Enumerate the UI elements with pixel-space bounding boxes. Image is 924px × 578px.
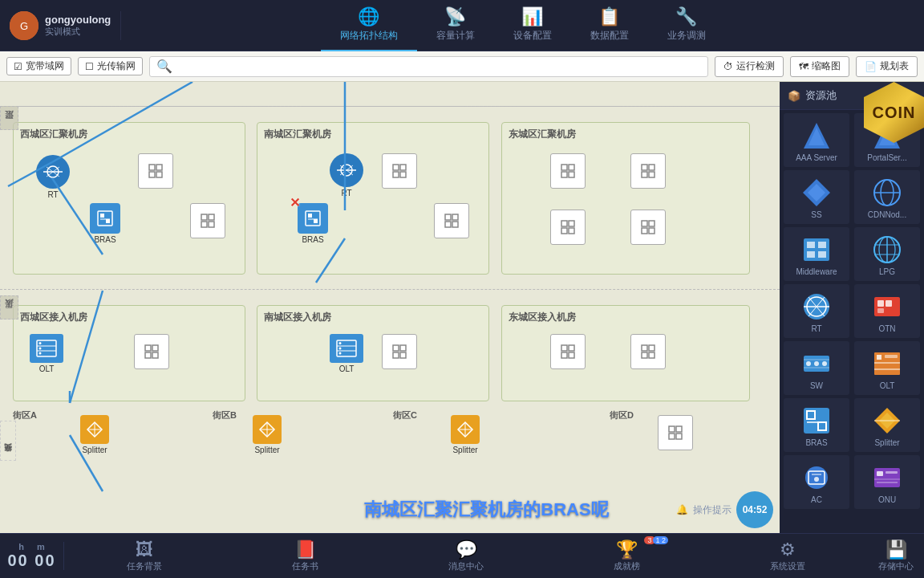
plan-table-label: 规划表	[880, 59, 909, 73]
svg-rect-44	[561, 172, 567, 177]
slot-access-west-1[interactable]	[134, 334, 169, 369]
nav-topology[interactable]: 🌐 网络拓扑结构	[321, 0, 417, 51]
time-m-label: m	[37, 542, 45, 552]
plan-table-btn[interactable]: 📄 规划表	[856, 56, 918, 77]
sidebar-item-cdn[interactable]: CDNNod...	[854, 170, 920, 224]
time-value: 00 00	[7, 552, 55, 570]
slot-east-1[interactable]	[550, 153, 586, 189]
minimap-label: 缩略图	[812, 59, 841, 73]
search-input[interactable]	[176, 61, 701, 72]
slot-splitter-d-icon	[658, 415, 693, 450]
svg-rect-15	[100, 214, 104, 218]
sidebar-item-aaa[interactable]: AAA Server	[784, 113, 849, 167]
network-canvas[interactable]: 汇聚层 西城区汇聚机房 RT BRAS	[0, 82, 780, 533]
slot-splitter-d[interactable]	[658, 415, 693, 450]
sidebar-item-ss[interactable]: SS	[784, 170, 849, 224]
optical-checkbox[interactable]: ☐ 光传输网	[78, 57, 143, 75]
node-olt-south[interactable]: OLT	[330, 334, 363, 373]
slot-east-access-1[interactable]	[550, 334, 586, 369]
sidebar-item-bras[interactable]: BRAS	[784, 398, 849, 452]
svg-rect-55	[649, 221, 654, 226]
svg-rect-150	[877, 471, 883, 476]
node-rt-south[interactable]: RT	[330, 153, 363, 197]
svg-rect-38	[445, 214, 451, 220]
slot-west-1[interactable]	[138, 153, 173, 189]
olt-icon-south	[330, 334, 363, 363]
slot-east-3[interactable]	[550, 210, 586, 245]
svg-rect-111	[807, 251, 815, 258]
ss-icon	[799, 175, 834, 210]
node-splitter-b[interactable]: Splitter	[253, 415, 282, 454]
node-rt-west[interactable]: RT	[36, 155, 70, 199]
nav-capacity[interactable]: 📡 容量计算	[417, 0, 494, 51]
sidebar-item-ac[interactable]: AC	[784, 455, 849, 509]
otn-icon	[869, 289, 905, 324]
slot-east-2[interactable]	[630, 153, 666, 189]
search-box[interactable]: 🔍	[149, 56, 708, 77]
taskbar-bg-btn[interactable]: 🖼 任务背景	[64, 534, 225, 579]
node-bras-west[interactable]: BRAS	[90, 203, 120, 244]
sidebar-row-7: AC ONU	[780, 452, 924, 509]
onu-label: ONU	[878, 495, 896, 504]
slot-access-south-1[interactable]	[382, 334, 417, 369]
user-mode: 实训模式	[45, 26, 111, 38]
sidebar-item-sw[interactable]: SW	[784, 341, 849, 395]
bras-icon-west	[90, 203, 120, 234]
sidebar-row-3: Middleware LPG	[780, 224, 924, 281]
broadband-check-icon: ☑	[14, 61, 22, 72]
slot-east-access-2[interactable]	[630, 334, 666, 369]
taskbar-settings-btn[interactable]: ⚙ 系统设置	[707, 534, 868, 579]
run-detect-btn[interactable]: ⏱ 运行检测	[715, 56, 784, 77]
node-olt-west[interactable]: OLT	[30, 334, 63, 373]
svg-rect-36	[393, 172, 399, 177]
svg-rect-14	[98, 211, 112, 226]
plan-table-icon: 📄	[865, 61, 877, 72]
svg-point-128	[806, 361, 811, 366]
onu-icon	[869, 460, 905, 495]
bras-sidebar-label: BRAS	[805, 438, 827, 447]
taskbar: h m 00 00 🖼 任务背景 📕 任务书 💬 消息中心 🏆 3 1 2 成就…	[0, 533, 924, 578]
taskbar-message-btn[interactable]: 💬 消息中心	[386, 534, 546, 579]
bras-sidebar-icon	[799, 403, 834, 438]
broadband-checkbox[interactable]: ☑ 宽带域网	[6, 57, 71, 75]
sidebar-row-2: SS CDNNod...	[780, 167, 924, 224]
slot-south-1[interactable]	[382, 153, 417, 189]
node-splitter-c[interactable]: Splitter	[451, 415, 480, 454]
nav-data[interactable]: 📋 数据配置	[571, 0, 648, 51]
otn-label: OTN	[878, 324, 895, 333]
slot-south-2[interactable]	[434, 203, 469, 238]
svg-rect-79	[569, 345, 574, 351]
node-bras-south[interactable]: ✕ BRAS	[298, 203, 328, 244]
sidebar-item-lpg[interactable]: LPG	[854, 227, 920, 281]
taskbar-storage-btn[interactable]: 💾 存储中心	[868, 534, 924, 579]
sidebar-item-middleware[interactable]: Middleware	[784, 227, 849, 281]
taskbar-time: h m 00 00	[0, 542, 64, 570]
sidebar-item-onu[interactable]: ONU	[854, 455, 920, 509]
region-south-agg: 南城区汇聚机房 RT ✕ BRAS	[257, 122, 489, 275]
slot-west-2[interactable]	[190, 203, 225, 238]
slot-east-4[interactable]	[630, 210, 666, 245]
taskbar-results-btn[interactable]: 🏆 3 1 2 成就榜	[546, 534, 707, 579]
nav-device[interactable]: 📊 设备配置	[494, 0, 571, 51]
user-section: G gongyoulong 实训模式	[0, 11, 121, 40]
sidebar-item-rt[interactable]: RT	[784, 284, 849, 338]
sidebar-item-olt2[interactable]: OLT	[854, 341, 920, 395]
svg-rect-96	[676, 426, 682, 432]
splitter-sidebar-label: Splitter	[874, 438, 899, 447]
sidebar-item-splitter[interactable]: Splitter	[854, 398, 920, 452]
sidebar-item-otn[interactable]: OTN	[854, 284, 920, 338]
taskbar-book-btn[interactable]: 📕 任务书	[225, 534, 385, 579]
svg-rect-78	[561, 345, 567, 351]
sidebar-row-4: RT OTN	[780, 281, 924, 338]
minimap-btn[interactable]: 🗺 缩略图	[790, 56, 849, 77]
region-south-agg-title: 南城区汇聚机房	[264, 128, 331, 141]
time-labels: h m	[18, 542, 45, 552]
region-south-access: 南城区接入机房 OLT	[257, 305, 489, 401]
storage-icon: 💾	[886, 539, 907, 560]
node-splitter-a[interactable]: Splitter	[80, 415, 109, 454]
nav-service[interactable]: 🔧 业务调测	[648, 0, 725, 51]
region-west-access-title: 西城区接入机房	[20, 311, 87, 324]
svg-rect-31	[308, 214, 312, 218]
svg-rect-75	[400, 345, 406, 351]
svg-rect-126	[877, 308, 884, 313]
